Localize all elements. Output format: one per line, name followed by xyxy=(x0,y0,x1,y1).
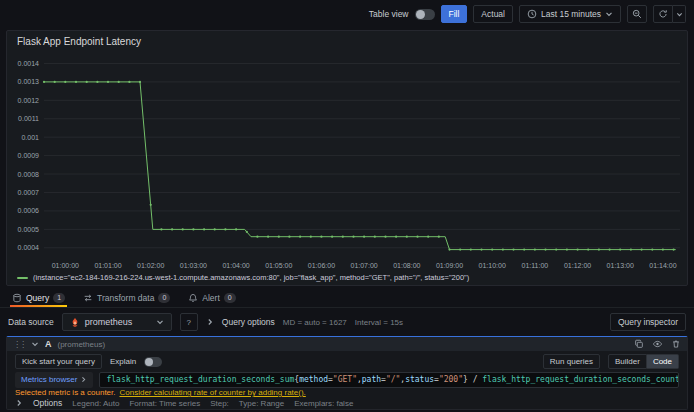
fill-button[interactable]: Fill xyxy=(441,5,468,23)
drag-handle-icon[interactable]: ⋮⋮ xyxy=(13,340,25,349)
options-exemplars: Exemplars: false xyxy=(294,399,353,408)
svg-text:01:06:00: 01:06:00 xyxy=(308,262,335,269)
delete-query-trash-icon[interactable] xyxy=(671,339,681,349)
svg-text:01:03:00: 01:03:00 xyxy=(180,262,207,269)
options-legend: Legend: Auto xyxy=(72,399,119,408)
options-format: Format: Time series xyxy=(129,399,200,408)
chart-canvas: 0.00040.00050.00060.00070.00080.00090.00… xyxy=(8,51,688,271)
kick-start-query-button[interactable]: Kick start your query xyxy=(15,354,102,369)
chevron-right-icon xyxy=(80,376,87,383)
zoom-out-icon xyxy=(632,9,642,19)
svg-text:01:00:00: 01:00:00 xyxy=(52,262,79,269)
refresh-icon xyxy=(658,9,668,19)
hide-query-eye-icon[interactable] xyxy=(652,339,663,349)
query-row-header[interactable]: ⋮⋮ A (prometheus) xyxy=(7,337,687,351)
svg-text:0.0011: 0.0011 xyxy=(18,115,39,122)
actual-button[interactable]: Actual xyxy=(473,5,513,23)
query-options-toggle[interactable]: Query options MD = auto = 1627 Interval … xyxy=(206,317,403,327)
svg-text:0.0007: 0.0007 xyxy=(18,189,40,196)
svg-text:0.0013: 0.0013 xyxy=(18,78,40,85)
prometheus-icon xyxy=(70,317,80,327)
svg-text:01:07:00: 01:07:00 xyxy=(351,262,378,269)
transform-icon xyxy=(83,293,93,303)
legend-series-color xyxy=(17,277,28,279)
svg-text:01:01:00: 01:01:00 xyxy=(94,262,121,269)
editor-mode-switch: Builder Code xyxy=(608,354,679,369)
query-editor-card: ⋮⋮ A (prometheus) Kick start your query … xyxy=(6,336,688,410)
toggle-knob xyxy=(145,358,153,366)
editor-toolbar: Table view Fill Actual Last 15 minutes xyxy=(0,0,694,28)
code-mode-button[interactable]: Code xyxy=(647,354,679,369)
time-range-picker[interactable]: Last 15 minutes xyxy=(519,5,621,23)
tab-alert[interactable]: Alert 0 xyxy=(184,288,239,307)
latency-panel: Flask App Endpoint Latency 0.00040.00050… xyxy=(6,30,688,286)
datasource-label: Data source xyxy=(8,317,54,327)
svg-text:0.0012: 0.0012 xyxy=(18,97,40,104)
svg-text:01:10:00: 01:10:00 xyxy=(479,262,506,269)
svg-text:01:14:00: 01:14:00 xyxy=(649,262,676,269)
query-inspector-button[interactable]: Query inspector xyxy=(610,313,686,331)
clock-icon xyxy=(527,9,537,19)
tab-label: Query xyxy=(26,293,49,303)
time-range-label: Last 15 minutes xyxy=(541,9,601,19)
table-view-toggle[interactable] xyxy=(415,9,435,20)
svg-text:01:09:00: 01:09:00 xyxy=(436,262,463,269)
run-queries-button[interactable]: Run queries xyxy=(543,354,600,369)
tab-transform-data[interactable]: Transform data 0 xyxy=(79,288,174,307)
explain-toggle[interactable] xyxy=(144,357,162,367)
editor-tabs: Query 1 Transform data 0 Alert 0 xyxy=(0,288,694,308)
duplicate-query-icon[interactable] xyxy=(634,339,644,349)
options-step: Step: xyxy=(210,399,229,408)
options-label: Options xyxy=(33,398,62,408)
add-rate-link[interactable]: Consider calculating rate of counter by … xyxy=(120,388,306,397)
warning-text: Selected metric is a counter. xyxy=(15,388,116,397)
svg-text:0.0014: 0.0014 xyxy=(18,60,40,67)
max-data-points-summary: MD = auto = 1627 xyxy=(283,318,347,327)
table-view-label: Table view xyxy=(369,9,409,19)
database-icon xyxy=(12,293,22,303)
counter-warning: Selected metric is a counter. Consider c… xyxy=(7,388,687,398)
svg-text:0.0004: 0.0004 xyxy=(18,244,40,251)
query-datasource-hint: (prometheus) xyxy=(58,340,106,349)
datasource-name: prometheus xyxy=(85,317,133,327)
query-toolbar: Kick start your query Explain Run querie… xyxy=(7,351,687,371)
chevron-right-icon xyxy=(206,318,214,326)
svg-text:01:05:00: 01:05:00 xyxy=(265,262,292,269)
toggle-knob xyxy=(416,10,425,19)
explain-label: Explain xyxy=(110,357,136,366)
panel-title: Flask App Endpoint Latency xyxy=(17,36,141,47)
svg-text:0.0005: 0.0005 xyxy=(18,226,40,233)
svg-text:0.0009: 0.0009 xyxy=(18,152,40,159)
chevron-down-icon xyxy=(605,10,613,18)
builder-mode-button[interactable]: Builder xyxy=(608,354,647,369)
chevron-right-icon xyxy=(15,399,23,407)
datasource-row: Data source prometheus ? Query options M… xyxy=(0,310,694,334)
svg-text:01:13:00: 01:13:00 xyxy=(607,262,634,269)
collapse-chevron-icon[interactable] xyxy=(31,340,39,348)
chart-legend[interactable]: (instance="ec2-184-169-216-224.us-west-1… xyxy=(17,273,469,282)
refresh-interval-dropdown[interactable] xyxy=(673,5,686,23)
tab-query[interactable]: Query 1 xyxy=(8,288,69,307)
zoom-out-button[interactable] xyxy=(627,5,647,23)
query-options-label: Query options xyxy=(222,317,275,327)
svg-text:0.001: 0.001 xyxy=(21,134,39,141)
query-expression[interactable]: flask_http_request_duration_seconds_sum{… xyxy=(99,372,679,388)
svg-text:01:02:00: 01:02:00 xyxy=(137,262,164,269)
query-editor-row: Metrics browser flask_http_request_durat… xyxy=(7,372,687,388)
query-ref-id[interactable]: A xyxy=(45,339,52,349)
options-type: Type: Range xyxy=(239,399,284,408)
svg-text:01:08:00: 01:08:00 xyxy=(393,262,420,269)
tab-count-badge: 0 xyxy=(224,293,236,303)
datasource-picker[interactable]: prometheus xyxy=(62,313,172,331)
svg-text:0.0006: 0.0006 xyxy=(18,207,40,214)
refresh-button[interactable] xyxy=(653,5,673,23)
svg-text:01:11:00: 01:11:00 xyxy=(522,262,549,269)
chevron-down-icon xyxy=(156,318,164,326)
question-mark-icon: ? xyxy=(187,318,191,327)
svg-text:0.0008: 0.0008 xyxy=(18,171,40,178)
query-options-summary-row[interactable]: Options Legend: Auto Format: Time series… xyxy=(7,397,687,409)
legend-series-label: (instance="ec2-184-169-216-224.us-west-1… xyxy=(33,273,469,282)
metrics-browser-button[interactable]: Metrics browser xyxy=(15,372,93,388)
datasource-help-button[interactable]: ? xyxy=(180,313,198,331)
tab-label: Alert xyxy=(202,293,219,303)
